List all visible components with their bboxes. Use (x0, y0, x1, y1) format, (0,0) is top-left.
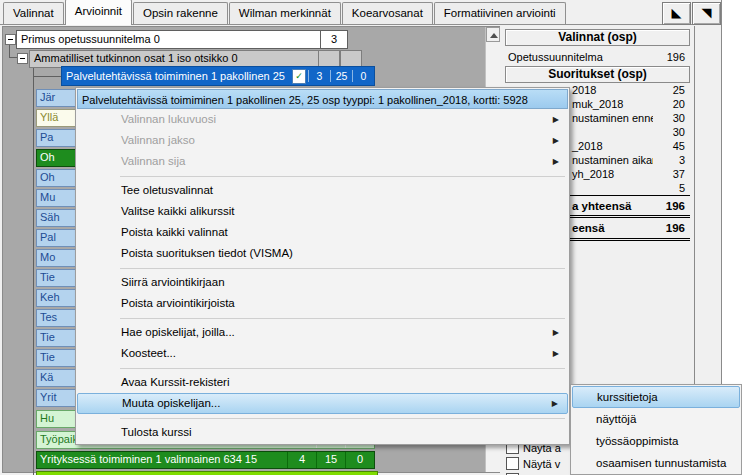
submenu-arrow-icon: ▶ (553, 151, 559, 172)
scroll-up-icon (490, 33, 498, 38)
suoritukset-osp-header[interactable]: Suoritukset (osp) (505, 66, 690, 83)
menu-item-label: Koosteet... (121, 347, 176, 359)
menu-item-poista-kaikki-valinnat[interactable]: Poista kaikki valinnat (77, 222, 568, 243)
submenu-item-kurssitietoja[interactable]: kurssitietoja (572, 386, 740, 408)
menu-item-label: Muuta opiskelijan... (122, 397, 220, 409)
context-menu: Palvelutehtävissä toimiminen 1 pakolline… (75, 87, 570, 445)
tree-root-value: 3 (320, 30, 348, 49)
tab-koearvosanat[interactable]: Koearvosanat (342, 2, 433, 24)
course-cell: 4 (287, 452, 316, 468)
submenu-item-nayttoja[interactable]: näyttöjä (572, 408, 740, 430)
row-value: 25 (653, 83, 690, 97)
submenu-arrow-icon: ▶ (552, 394, 558, 413)
menu-item-valinnan-jakso[interactable]: Valinnan jakso▶ (77, 130, 568, 151)
opetussuunnitelma-row: Opetussuunnitelma 196 (505, 50, 690, 64)
menu-item-tulosta-kurssi[interactable]: Tulosta kurssi (77, 422, 568, 443)
total-value: 196 (653, 218, 690, 238)
row-value: 5 (653, 181, 690, 195)
tab-arvioinnit[interactable]: Arvioinnit (65, 0, 132, 25)
menu-item-label: Valinnan jakso (121, 134, 195, 146)
checkbox-label: Näytä v (523, 458, 560, 470)
primus-window: Valinnat Arvioinnit Opsin rakenne Wilman… (0, 0, 742, 475)
row-value: 30 (653, 125, 690, 139)
menu-item-valinnan-sija[interactable]: Valinnan sija▶ (77, 151, 568, 172)
course-label: Palvelutehtävissä toimiminen 1 pakolline… (62, 70, 292, 82)
menu-item-valitse-kaikki-alikurssit[interactable]: Valitse kaikki alikurssit (77, 201, 568, 222)
menu-separator (77, 264, 568, 272)
menu-separator (77, 414, 568, 422)
document-check-icon: ✓ (292, 69, 306, 84)
tab-formatiivinen-arviointi[interactable]: Formatiivinen arviointi (434, 2, 566, 24)
menu-separator (77, 172, 568, 180)
total-value: 196 (653, 196, 690, 214)
menu-item-avaa-kurssit-rekisteri[interactable]: Avaa Kurssit-rekisteri (77, 372, 568, 393)
row-value: 20 (653, 97, 690, 111)
tab-valinnat[interactable]: Valinnat (3, 2, 64, 24)
checkbox-icon[interactable] (506, 457, 519, 470)
tree-row-selected[interactable]: Palvelutehtävissä toimiminen 1 pakolline… (61, 66, 375, 86)
menu-item-muuta-opiskelijan[interactable]: Muuta opiskelijan...▶ (77, 393, 568, 414)
menu-item-hae-opiskelijat[interactable]: Hae opiskelijat, joilla...▶ (77, 322, 568, 343)
menu-item-label: Hae opiskelijat, joilla... (121, 326, 235, 338)
collapse-icon[interactable] (17, 53, 28, 64)
row-value: 37 (653, 167, 690, 181)
submenu-item-tyossaoppimista[interactable]: työssäoppimista (572, 430, 740, 452)
context-menu-header: Palvelutehtävissä toimiminen 1 pakolline… (77, 89, 568, 109)
submenu-arrow-icon: ▶ (553, 343, 559, 364)
menu-item-label: Valinnan sija (121, 155, 185, 167)
row-value: 196 (653, 50, 690, 64)
arrow-lower-left-icon: ◣ (672, 5, 682, 20)
menu-item-siirra-arviointikirjaan[interactable]: Siirrä arviointikirjaan (77, 272, 568, 293)
course-cell: 25 (330, 70, 352, 82)
select-arrow-upper-right-button[interactable]: ◥ (692, 2, 721, 25)
course-cell: 0 (352, 70, 374, 82)
course-cell: 15 (316, 452, 345, 468)
submenu-arrow-icon: ▶ (553, 109, 559, 130)
tab-wilman-merkinnat[interactable]: Wilman merkinnät (229, 2, 341, 24)
menu-item-valinnan-lukuvuosi[interactable]: Valinnan lukuvuosi▶ (77, 109, 568, 130)
course-label: Yrityksessä toimiminen 1 valinnainen 634… (37, 452, 287, 468)
menu-item-koosteet[interactable]: Koosteet...▶ (77, 343, 568, 364)
menu-separator (77, 314, 568, 322)
tree-row[interactable] (36, 471, 378, 475)
submenu-arrow-icon: ▶ (553, 130, 559, 151)
row-value: 45 (653, 139, 690, 153)
menu-item-poista-suorituksen-tiedot[interactable]: Poista suorituksen tiedot (VISMA) (77, 243, 568, 264)
checkbox-nayta-2[interactable]: Näytä v (506, 457, 560, 470)
row-label: Opetussuunnitelma (505, 50, 653, 64)
row-value: 30 (653, 111, 690, 125)
arrow-upper-right-icon: ◥ (702, 5, 712, 20)
collapse-icon[interactable] (5, 34, 16, 45)
tab-opsin-rakenne[interactable]: Opsin rakenne (133, 2, 228, 24)
submenu-item-osaamisen-tunnustamista[interactable]: osaamisen tunnustamista (572, 452, 740, 474)
tree-row[interactable]: Yrityksessä toimiminen 1 valinnainen 634… (36, 451, 375, 469)
menu-item-tee-oletusvalinnat[interactable]: Tee oletusvalinnat (77, 180, 568, 201)
row-value: 3 (653, 153, 690, 167)
menu-separator (77, 364, 568, 372)
valinnat-osp-header[interactable]: Valinnat (osp) (505, 29, 690, 46)
tree-root-row[interactable]: Primus opetussuunnitelma 0 (16, 30, 324, 49)
muuta-opiskelijan-submenu: kurssitietoja näyttöjä työssäoppimista o… (570, 384, 742, 475)
submenu-arrow-icon: ▶ (553, 322, 559, 343)
course-cell: 0 (345, 452, 374, 468)
tab-bar: Valinnat Arvioinnit Opsin rakenne Wilman… (0, 0, 723, 25)
course-cell: 3 (308, 70, 330, 82)
scroll-up-button[interactable] (486, 27, 500, 42)
select-arrow-lower-left-button[interactable]: ◣ (662, 2, 691, 25)
menu-item-label: Valinnan lukuvuosi (121, 113, 216, 125)
menu-item-poista-arviointikirjoista[interactable]: Poista arviointikirjoista (77, 293, 568, 314)
